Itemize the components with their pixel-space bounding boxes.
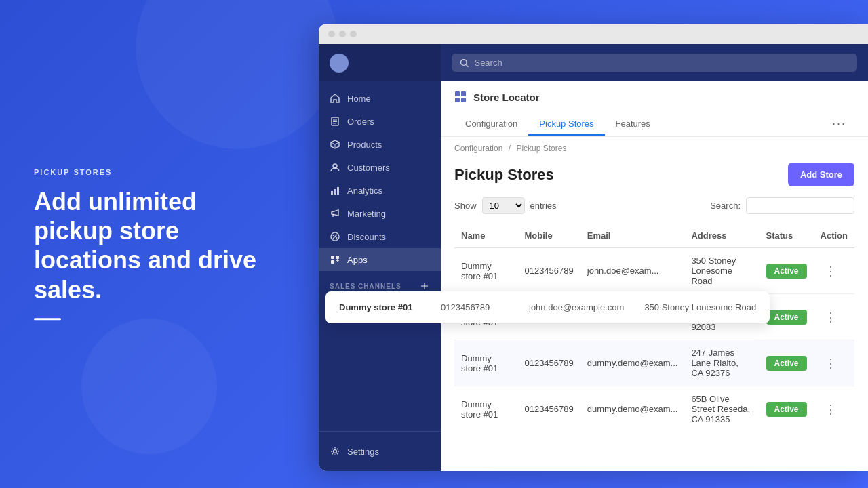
browser-chrome bbox=[319, 24, 868, 44]
sidebar-logo bbox=[319, 44, 441, 81]
add-store-button[interactable]: Add Store bbox=[788, 163, 854, 186]
col-status: Status bbox=[760, 224, 814, 248]
page-header-title: Store Locator bbox=[454, 91, 854, 103]
sales-channels-label: SALES CHANNELS bbox=[330, 283, 401, 290]
cell-mobile: 0123456789 bbox=[517, 386, 580, 432]
action-menu-button[interactable]: ⋮ bbox=[821, 401, 841, 418]
app-name: Store Locator bbox=[473, 92, 540, 103]
cell-address: 350 Stoney Lonesome Road bbox=[684, 248, 759, 294]
tab-configuration[interactable]: Configuration bbox=[454, 113, 528, 136]
sidebar-nav: Home Orders bbox=[319, 81, 441, 431]
sidebar-item-analytics-label: Analytics bbox=[347, 186, 382, 196]
search-input[interactable] bbox=[474, 58, 849, 68]
sidebar-item-home-label: Home bbox=[347, 94, 371, 104]
svg-line-6 bbox=[331, 142, 335, 144]
show-entries: Show 10 25 50 entries bbox=[454, 197, 557, 214]
promo-title: Add unlimited pickup store locations and… bbox=[34, 187, 264, 304]
svg-rect-10 bbox=[334, 189, 336, 195]
svg-point-15 bbox=[336, 237, 338, 239]
products-icon bbox=[330, 139, 340, 150]
sidebar-item-settings[interactable]: Settings bbox=[319, 440, 441, 463]
sidebar-item-marketing[interactable]: Marketing bbox=[319, 202, 441, 225]
action-menu-button[interactable]: ⋮ bbox=[821, 355, 841, 371]
cell-address: 247 James Lane Rialto, CA 92376 bbox=[684, 340, 759, 386]
cell-address: 65B Olive Street Reseda, CA 91335 bbox=[684, 386, 759, 432]
stores-table: Name Mobile Email Address Status Action … bbox=[454, 224, 854, 432]
cell-status: Active bbox=[760, 340, 814, 386]
breadcrumb-configuration[interactable]: Configuration bbox=[454, 144, 502, 153]
content-title-row: Pickup Stores Add Store bbox=[454, 157, 854, 186]
sidebar-item-discounts[interactable]: Discounts bbox=[319, 225, 441, 248]
sidebar-item-analytics[interactable]: Analytics bbox=[319, 179, 441, 202]
cell-mobile: 0123456789 bbox=[517, 340, 580, 386]
promo-section: PICKUP STORES Add unlimited pickup store… bbox=[34, 168, 264, 320]
apps-icon bbox=[330, 254, 340, 265]
discounts-icon bbox=[330, 231, 340, 242]
sidebar-item-customers-label: Customers bbox=[347, 163, 390, 173]
status-badge: Active bbox=[766, 402, 807, 417]
status-badge: Active bbox=[766, 356, 807, 371]
table-search-input[interactable] bbox=[746, 197, 854, 214]
col-name: Name bbox=[454, 224, 517, 248]
search-bar[interactable] bbox=[452, 54, 857, 72]
promo-label: PICKUP STORES bbox=[34, 168, 264, 176]
add-sales-channel-button[interactable] bbox=[419, 281, 430, 291]
svg-rect-30 bbox=[455, 98, 460, 102]
sidebar-item-orders[interactable]: Orders bbox=[319, 110, 441, 133]
floating-address: 350 Stoney Lonesome Road bbox=[644, 302, 756, 312]
svg-rect-31 bbox=[461, 98, 466, 102]
cell-name: Dummy store #01 bbox=[454, 340, 517, 386]
analytics-icon bbox=[330, 185, 340, 196]
sidebar-item-apps[interactable]: Apps bbox=[319, 248, 441, 271]
page-title: Pickup Stores bbox=[454, 166, 554, 184]
cell-status: Active bbox=[760, 248, 814, 294]
orders-icon bbox=[330, 116, 340, 127]
browser-dot-2 bbox=[339, 30, 346, 37]
cell-action[interactable]: ⋮ bbox=[814, 340, 854, 386]
col-mobile: Mobile bbox=[517, 224, 580, 248]
cell-name: Dummy store #01 bbox=[454, 248, 517, 294]
tab-more-button[interactable]: ··· bbox=[824, 111, 854, 136]
tabs: Configuration Pickup Stores Features ··· bbox=[454, 111, 854, 136]
show-label: Show bbox=[454, 201, 477, 211]
tab-pickup-stores[interactable]: Pickup Stores bbox=[528, 113, 604, 136]
action-menu-button[interactable]: ⋮ bbox=[821, 309, 841, 325]
sidebar: Home Orders bbox=[319, 44, 441, 471]
svg-point-25 bbox=[334, 450, 337, 453]
svg-rect-16 bbox=[331, 256, 334, 259]
sidebar-item-products-label: Products bbox=[347, 140, 382, 150]
col-email: Email bbox=[580, 224, 685, 248]
cell-name: Dummy store #01 bbox=[454, 386, 517, 432]
entries-select[interactable]: 10 25 50 bbox=[482, 197, 525, 214]
status-badge: Active bbox=[766, 264, 807, 279]
breadcrumb-pickup-stores: Pickup Stores bbox=[516, 144, 566, 153]
floating-phone: 0123456789 bbox=[441, 302, 509, 312]
browser-window: Home Orders bbox=[319, 24, 868, 471]
action-menu-button[interactable]: ⋮ bbox=[821, 263, 841, 279]
home-icon bbox=[330, 93, 340, 104]
store-locator-icon bbox=[454, 91, 467, 103]
sidebar-item-customers[interactable]: Customers bbox=[319, 156, 441, 179]
sidebar-item-products[interactable]: Products bbox=[319, 133, 441, 156]
tab-features[interactable]: Features bbox=[605, 113, 661, 136]
svg-point-26 bbox=[460, 59, 467, 65]
sidebar-logo-icon bbox=[330, 54, 349, 73]
browser-dot-1 bbox=[328, 30, 335, 37]
sidebar-item-home[interactable]: Home bbox=[319, 87, 441, 110]
col-address: Address bbox=[684, 224, 759, 248]
sidebar-item-orders-label: Orders bbox=[347, 117, 374, 127]
sidebar-footer: Settings bbox=[319, 431, 441, 471]
sidebar-item-apps-label: Apps bbox=[347, 255, 368, 265]
cell-action[interactable]: ⋮ bbox=[814, 248, 854, 294]
cell-email: dummy.demo@exam... bbox=[580, 386, 685, 432]
search-icon bbox=[460, 58, 469, 68]
settings-icon bbox=[330, 446, 340, 457]
svg-point-14 bbox=[333, 235, 334, 236]
floating-store-name: Dummy store #01 bbox=[339, 302, 420, 312]
cell-email: dummy.demo@exam... bbox=[580, 340, 685, 386]
floating-row: Dummy store #01 0123456789 john.doe@exam… bbox=[326, 291, 770, 323]
cell-action[interactable]: ⋮ bbox=[814, 386, 854, 432]
svg-rect-29 bbox=[461, 92, 466, 96]
status-badge: Active bbox=[766, 310, 807, 325]
cell-action[interactable]: ⋮ bbox=[814, 294, 854, 340]
